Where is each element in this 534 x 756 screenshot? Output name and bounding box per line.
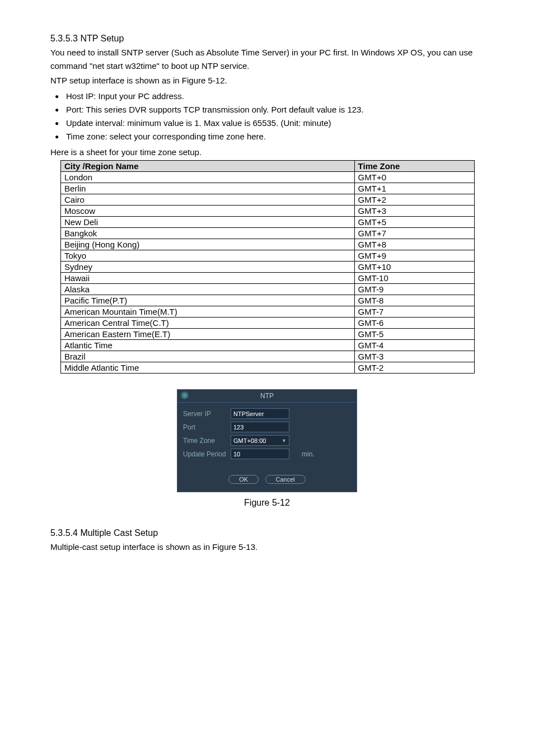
td-city: Atlantic Time <box>61 340 355 351</box>
td-tz: GMT+8 <box>354 239 474 250</box>
server-ip-input[interactable] <box>231 408 289 419</box>
update-period-input[interactable] <box>231 449 289 459</box>
port-input[interactable] <box>231 422 289 432</box>
td-tz: GMT-6 <box>354 318 474 329</box>
td-city: London <box>61 172 355 183</box>
td-city: American Mountain Time(M.T) <box>61 306 355 318</box>
table-row: Beijing (Hong Kong)GMT+8 <box>61 239 475 250</box>
timezone-value: GMT+08:00 <box>233 437 266 444</box>
td-tz: GMT-10 <box>354 273 474 284</box>
table-row: LondonGMT+0 <box>61 172 475 183</box>
table-row: American Central Time(C.T)GMT-6 <box>61 318 475 329</box>
td-city: Middle Atlantic Time <box>61 362 355 374</box>
dialog-body: Server IP Port Time Zone GMT+08:00 ▼ Upd… <box>177 403 357 492</box>
update-unit: min. <box>302 450 315 458</box>
table-row: American Mountain Time(M.T)GMT-7 <box>61 306 475 318</box>
table-row: HawaiiGMT-10 <box>61 273 475 284</box>
chevron-down-icon: ▼ <box>282 438 287 444</box>
table-row: New DeliGMT+5 <box>61 217 475 228</box>
label-port: Port <box>183 423 231 431</box>
td-city: New Deli <box>61 217 355 228</box>
row-update-period: Update Period min. <box>183 449 351 459</box>
td-city: Sydney <box>61 262 355 273</box>
para-ntp-2: NTP setup interface is shown as in Figur… <box>50 74 484 87</box>
td-tz: GMT-3 <box>354 351 474 362</box>
label-server-ip: Server IP <box>183 410 231 418</box>
table-row: SydneyGMT+10 <box>61 262 475 273</box>
section-heading-multicast: 5.3.5.4 Multiple Cast Setup <box>50 528 484 538</box>
bullet-item: Time zone: select your corresponding tim… <box>50 130 484 143</box>
td-city: Beijing (Hong Kong) <box>61 239 355 250</box>
td-city: American Eastern Time(E.T) <box>61 329 355 340</box>
td-city: Pacific Time(P.T) <box>61 295 355 306</box>
table-row: AlaskaGMT-9 <box>61 284 475 295</box>
bullet-item: Port: This series DVR supports TCP trans… <box>50 103 484 116</box>
table-row: CairoGMT+2 <box>61 194 475 206</box>
th-city: City /Region Name <box>61 161 355 172</box>
td-city: Cairo <box>61 194 355 206</box>
bullet-list-ntp: Host IP: Input your PC address. Port: Th… <box>50 90 484 143</box>
dialog-logo-icon <box>181 391 189 399</box>
td-tz: GMT+10 <box>354 262 474 273</box>
ntp-dialog: NTP Server IP Port Time Zone GMT+08:00 ▼… <box>177 389 357 492</box>
cancel-button[interactable]: Cancel <box>265 475 306 484</box>
table-row: TokyoGMT+9 <box>61 250 475 262</box>
para-multicast-1: Multiple-cast setup interface is shown a… <box>50 540 484 554</box>
td-tz: GMT+1 <box>354 183 474 194</box>
table-header-row: City /Region Name Time Zone <box>61 161 475 172</box>
section-heading-ntp: 5.3.5.3 NTP Setup <box>50 34 484 44</box>
table-row: BangkokGMT+7 <box>61 228 475 239</box>
table-row: Pacific Time(P.T)GMT-8 <box>61 295 475 306</box>
td-tz: GMT-2 <box>354 362 474 374</box>
table-row: BrazilGMT-3 <box>61 351 475 362</box>
para-ntp-1: You need to install SNTP server (Such as… <box>50 46 484 73</box>
td-city: Alaska <box>61 284 355 295</box>
td-tz: GMT-9 <box>354 284 474 295</box>
bullet-item: Host IP: Input your PC address. <box>50 90 484 103</box>
label-update-period: Update Period <box>183 450 231 458</box>
th-tz: Time Zone <box>354 161 474 172</box>
td-city: Berlin <box>61 183 355 194</box>
td-tz: GMT+2 <box>354 194 474 206</box>
td-city: Brazil <box>61 351 355 362</box>
dialog-title-bar: NTP <box>177 390 357 403</box>
td-city: Tokyo <box>61 250 355 262</box>
label-timezone: Time Zone <box>183 437 231 445</box>
dialog-title-text: NTP <box>260 392 274 400</box>
td-tz: GMT+5 <box>354 217 474 228</box>
row-timezone: Time Zone GMT+08:00 ▼ <box>183 435 351 446</box>
dialog-button-row: OK Cancel <box>183 475 351 484</box>
td-tz: GMT+0 <box>354 172 474 183</box>
bullet-item: Update interval: minimum value is 1. Max… <box>50 116 484 130</box>
td-tz: GMT+9 <box>354 250 474 262</box>
timezone-select[interactable]: GMT+08:00 ▼ <box>231 435 289 446</box>
td-tz: GMT-4 <box>354 340 474 351</box>
table-row: BerlinGMT+1 <box>61 183 475 194</box>
row-port: Port <box>183 422 351 432</box>
sheet-intro: Here is a sheet for your time zone setup… <box>50 146 484 159</box>
table-row: Atlantic TimeGMT-4 <box>61 340 475 351</box>
row-server-ip: Server IP <box>183 408 351 419</box>
td-tz: GMT+3 <box>354 206 474 217</box>
td-city: American Central Time(C.T) <box>61 318 355 329</box>
figure-caption: Figure 5-12 <box>50 498 484 508</box>
td-city: Bangkok <box>61 228 355 239</box>
td-tz: GMT-7 <box>354 306 474 318</box>
table-row: American Eastern Time(E.T)GMT-5 <box>61 329 475 340</box>
td-tz: GMT+7 <box>354 228 474 239</box>
td-city: Hawaii <box>61 273 355 284</box>
timezone-table: City /Region Name Time Zone LondonGMT+0 … <box>60 160 475 374</box>
td-city: Moscow <box>61 206 355 217</box>
table-row: Middle Atlantic TimeGMT-2 <box>61 362 475 374</box>
td-tz: GMT-8 <box>354 295 474 306</box>
ok-button[interactable]: OK <box>228 475 259 484</box>
td-tz: GMT-5 <box>354 329 474 340</box>
table-row: MoscowGMT+3 <box>61 206 475 217</box>
